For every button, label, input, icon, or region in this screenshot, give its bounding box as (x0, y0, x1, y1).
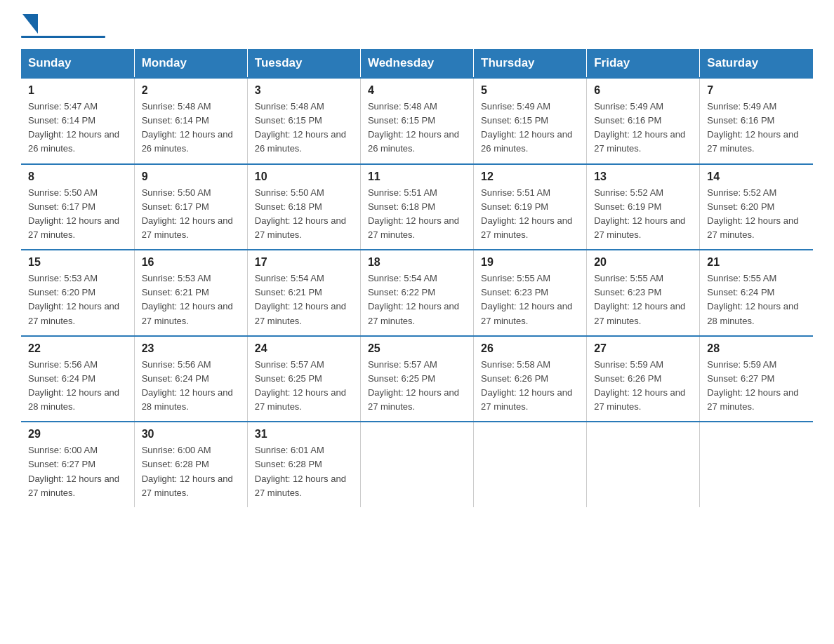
day-info: Sunrise: 5:49 AMSunset: 6:16 PMDaylight:… (707, 100, 806, 156)
day-info: Sunrise: 5:52 AMSunset: 6:19 PMDaylight:… (594, 186, 692, 243)
day-of-week-header: Monday (134, 49, 247, 78)
calendar-day-cell: 23Sunrise: 5:56 AMSunset: 6:24 PMDayligh… (134, 336, 247, 422)
day-number: 30 (142, 428, 240, 441)
calendar-day-cell: 11Sunrise: 5:51 AMSunset: 6:18 PMDayligh… (360, 164, 473, 250)
calendar-day-cell: 1Sunrise: 5:47 AMSunset: 6:14 PMDaylight… (21, 78, 134, 164)
day-info: Sunrise: 5:59 AMSunset: 6:27 PMDaylight:… (707, 358, 806, 415)
day-number: 27 (594, 342, 692, 355)
day-info: Sunrise: 5:59 AMSunset: 6:26 PMDaylight:… (594, 358, 692, 415)
day-info: Sunrise: 5:51 AMSunset: 6:18 PMDaylight:… (368, 186, 466, 243)
calendar-day-cell: 6Sunrise: 5:49 AMSunset: 6:16 PMDaylight… (587, 78, 700, 164)
day-number: 18 (368, 256, 466, 269)
day-number: 8 (28, 170, 127, 183)
day-info: Sunrise: 5:48 AMSunset: 6:14 PMDaylight:… (142, 100, 240, 156)
calendar-week-row: 1Sunrise: 5:47 AMSunset: 6:14 PMDaylight… (21, 78, 813, 164)
day-number: 23 (142, 342, 240, 355)
day-number: 21 (707, 256, 806, 269)
day-info: Sunrise: 6:01 AMSunset: 6:28 PMDaylight:… (255, 443, 353, 500)
day-number: 12 (481, 170, 579, 183)
calendar-week-row: 15Sunrise: 5:53 AMSunset: 6:20 PMDayligh… (21, 250, 813, 336)
day-number: 14 (707, 170, 806, 183)
day-of-week-header: Sunday (21, 49, 134, 78)
calendar-day-cell: 8Sunrise: 5:50 AMSunset: 6:17 PMDaylight… (21, 164, 134, 250)
calendar-day-cell: 25Sunrise: 5:57 AMSunset: 6:25 PMDayligh… (360, 336, 473, 422)
logo-underline (21, 36, 105, 38)
day-info: Sunrise: 5:48 AMSunset: 6:15 PMDaylight:… (255, 100, 353, 156)
calendar-day-cell: 12Sunrise: 5:51 AMSunset: 6:19 PMDayligh… (474, 164, 587, 250)
calendar-day-cell: 4Sunrise: 5:48 AMSunset: 6:15 PMDaylight… (360, 78, 473, 164)
calendar-day-cell: 24Sunrise: 5:57 AMSunset: 6:25 PMDayligh… (247, 336, 360, 422)
day-number: 28 (707, 342, 806, 355)
day-info: Sunrise: 5:55 AMSunset: 6:23 PMDaylight:… (594, 271, 692, 328)
calendar-day-cell (700, 422, 813, 507)
day-number: 1 (28, 84, 127, 97)
calendar-day-cell: 13Sunrise: 5:52 AMSunset: 6:19 PMDayligh… (587, 164, 700, 250)
day-info: Sunrise: 5:57 AMSunset: 6:25 PMDaylight:… (255, 358, 353, 415)
day-info: Sunrise: 5:49 AMSunset: 6:15 PMDaylight:… (481, 100, 579, 156)
calendar-day-cell: 18Sunrise: 5:54 AMSunset: 6:22 PMDayligh… (360, 250, 473, 336)
day-info: Sunrise: 5:49 AMSunset: 6:16 PMDaylight:… (594, 100, 692, 156)
day-of-week-header: Wednesday (360, 49, 473, 78)
calendar-day-cell: 19Sunrise: 5:55 AMSunset: 6:23 PMDayligh… (474, 250, 587, 336)
calendar-day-cell: 17Sunrise: 5:54 AMSunset: 6:21 PMDayligh… (247, 250, 360, 336)
day-number: 31 (255, 428, 353, 441)
calendar-week-row: 22Sunrise: 5:56 AMSunset: 6:24 PMDayligh… (21, 336, 813, 422)
calendar-day-cell: 10Sunrise: 5:50 AMSunset: 6:18 PMDayligh… (247, 164, 360, 250)
calendar-day-cell: 29Sunrise: 6:00 AMSunset: 6:27 PMDayligh… (21, 422, 134, 507)
calendar-day-cell: 21Sunrise: 5:55 AMSunset: 6:24 PMDayligh… (700, 250, 813, 336)
day-info: Sunrise: 5:48 AMSunset: 6:15 PMDaylight:… (368, 100, 466, 156)
day-number: 24 (255, 342, 353, 355)
day-info: Sunrise: 5:50 AMSunset: 6:17 PMDaylight:… (28, 186, 127, 243)
day-of-week-header: Thursday (474, 49, 587, 78)
day-number: 22 (28, 342, 127, 355)
calendar-day-cell (360, 422, 473, 507)
day-info: Sunrise: 5:57 AMSunset: 6:25 PMDaylight:… (368, 358, 466, 415)
day-number: 25 (368, 342, 466, 355)
day-of-week-header: Friday (587, 49, 700, 78)
day-of-week-header: Saturday (700, 49, 813, 78)
day-info: Sunrise: 5:47 AMSunset: 6:14 PMDaylight:… (28, 100, 127, 156)
day-info: Sunrise: 6:00 AMSunset: 6:28 PMDaylight:… (142, 443, 240, 500)
day-number: 13 (594, 170, 692, 183)
logo-arrow-icon (22, 14, 38, 34)
calendar-day-cell: 22Sunrise: 5:56 AMSunset: 6:24 PMDayligh… (21, 336, 134, 422)
calendar-day-cell: 27Sunrise: 5:59 AMSunset: 6:26 PMDayligh… (587, 336, 700, 422)
calendar-week-row: 29Sunrise: 6:00 AMSunset: 6:27 PMDayligh… (21, 422, 813, 507)
calendar-day-cell: 2Sunrise: 5:48 AMSunset: 6:14 PMDaylight… (134, 78, 247, 164)
day-number: 5 (481, 84, 579, 97)
calendar-day-cell: 14Sunrise: 5:52 AMSunset: 6:20 PMDayligh… (700, 164, 813, 250)
day-info: Sunrise: 5:55 AMSunset: 6:23 PMDaylight:… (481, 271, 579, 328)
calendar-day-cell: 28Sunrise: 5:59 AMSunset: 6:27 PMDayligh… (700, 336, 813, 422)
calendar-day-cell: 15Sunrise: 5:53 AMSunset: 6:20 PMDayligh… (21, 250, 134, 336)
day-number: 6 (594, 84, 692, 97)
day-number: 20 (594, 256, 692, 269)
day-info: Sunrise: 5:54 AMSunset: 6:21 PMDaylight:… (255, 271, 353, 328)
calendar-day-cell: 20Sunrise: 5:55 AMSunset: 6:23 PMDayligh… (587, 250, 700, 336)
calendar-day-cell: 26Sunrise: 5:58 AMSunset: 6:26 PMDayligh… (474, 336, 587, 422)
day-number: 2 (142, 84, 240, 97)
day-info: Sunrise: 5:58 AMSunset: 6:26 PMDaylight:… (481, 358, 579, 415)
day-of-week-header: Tuesday (247, 49, 360, 78)
day-number: 4 (368, 84, 466, 97)
calendar-day-cell (474, 422, 587, 507)
page-header (21, 14, 813, 38)
calendar-table: SundayMondayTuesdayWednesdayThursdayFrid… (21, 49, 813, 507)
day-number: 26 (481, 342, 579, 355)
calendar-day-cell: 31Sunrise: 6:01 AMSunset: 6:28 PMDayligh… (247, 422, 360, 507)
day-info: Sunrise: 5:55 AMSunset: 6:24 PMDaylight:… (707, 271, 806, 328)
calendar-day-cell: 5Sunrise: 5:49 AMSunset: 6:15 PMDaylight… (474, 78, 587, 164)
day-info: Sunrise: 5:53 AMSunset: 6:20 PMDaylight:… (28, 271, 127, 328)
day-info: Sunrise: 5:53 AMSunset: 6:21 PMDaylight:… (142, 271, 240, 328)
day-number: 7 (707, 84, 806, 97)
calendar-day-cell: 9Sunrise: 5:50 AMSunset: 6:17 PMDaylight… (134, 164, 247, 250)
day-info: Sunrise: 6:00 AMSunset: 6:27 PMDaylight:… (28, 443, 127, 500)
day-number: 19 (481, 256, 579, 269)
day-info: Sunrise: 5:56 AMSunset: 6:24 PMDaylight:… (28, 358, 127, 415)
svg-marker-0 (22, 14, 38, 34)
calendar-day-cell: 7Sunrise: 5:49 AMSunset: 6:16 PMDaylight… (700, 78, 813, 164)
day-info: Sunrise: 5:52 AMSunset: 6:20 PMDaylight:… (707, 186, 806, 243)
calendar-week-row: 8Sunrise: 5:50 AMSunset: 6:17 PMDaylight… (21, 164, 813, 250)
calendar-day-cell: 3Sunrise: 5:48 AMSunset: 6:15 PMDaylight… (247, 78, 360, 164)
logo (21, 14, 105, 38)
day-number: 29 (28, 428, 127, 441)
